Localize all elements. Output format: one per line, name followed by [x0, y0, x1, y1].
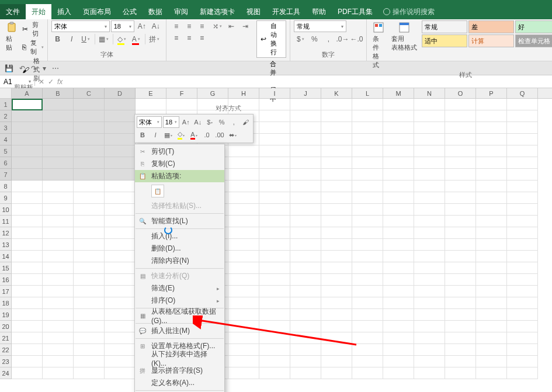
cell-Q4[interactable] [507, 134, 538, 145]
cell-O13[interactable] [445, 239, 476, 251]
cell-K13[interactable] [321, 239, 352, 251]
cell-M14[interactable] [383, 251, 414, 262]
cell-L21[interactable] [352, 332, 383, 344]
cell-H24[interactable] [228, 367, 259, 379]
cell-O20[interactable] [445, 321, 476, 332]
col-header-E[interactable]: E [136, 88, 166, 98]
cell-P10[interactable] [476, 204, 507, 216]
mini-font-color-icon[interactable]: A [188, 129, 200, 141]
row-header-22[interactable]: 22 [0, 344, 12, 356]
style-check[interactable]: 检查单元格 [515, 34, 552, 47]
format-table-button[interactable]: 套用 表格格式 [389, 20, 419, 53]
align-bottom-icon[interactable]: ≡ [196, 20, 209, 32]
cell-K2[interactable] [321, 110, 352, 122]
cell-Q17[interactable] [507, 286, 538, 297]
col-header-G[interactable]: G [197, 88, 228, 98]
cell-Q19[interactable] [507, 309, 538, 321]
cell-N17[interactable] [414, 286, 445, 297]
cell-L23[interactable] [352, 356, 383, 367]
cell-O10[interactable] [445, 204, 476, 216]
style-bad[interactable]: 差 [468, 20, 514, 33]
cell-C16[interactable] [74, 274, 105, 286]
col-header-N[interactable]: N [414, 88, 445, 98]
cell-O7[interactable] [445, 169, 476, 181]
row-header-24[interactable]: 24 [0, 367, 12, 379]
cell-M2[interactable] [383, 110, 414, 122]
col-header-H[interactable]: H [228, 88, 259, 98]
tab-file[interactable]: 文件 [0, 4, 26, 19]
cell-D20[interactable] [105, 321, 136, 332]
mini-border-icon[interactable]: ▦ [162, 129, 174, 141]
cell-P16[interactable] [476, 274, 507, 286]
cell-P19[interactable] [476, 309, 507, 321]
cell-O21[interactable] [445, 332, 476, 344]
tab-newtab[interactable]: 新建选项卡 [194, 4, 241, 19]
cell-I4[interactable] [259, 134, 290, 145]
cell-I15[interactable] [259, 262, 290, 274]
cell-N8[interactable] [414, 181, 445, 192]
cell-L9[interactable] [352, 192, 383, 204]
cell-O19[interactable] [445, 309, 476, 321]
cell-H5[interactable] [228, 145, 259, 157]
cell-M6[interactable] [383, 157, 414, 169]
cell-L6[interactable] [352, 157, 383, 169]
cell-N4[interactable] [414, 134, 445, 145]
cell-P4[interactable] [476, 134, 507, 145]
cell-I5[interactable] [259, 145, 290, 157]
cell-C14[interactable] [74, 251, 105, 262]
cell-D2[interactable] [105, 110, 136, 122]
col-header-D[interactable]: D [105, 88, 136, 98]
cell-J17[interactable] [290, 286, 321, 297]
cell-D15[interactable] [105, 262, 136, 274]
mini-percent-icon[interactable]: % [217, 116, 228, 128]
cell-H10[interactable] [228, 204, 259, 216]
col-header-C[interactable]: C [74, 88, 105, 98]
cell-P9[interactable] [476, 192, 507, 204]
cell-A9[interactable] [12, 192, 43, 204]
align-top-icon[interactable]: ≡ [170, 20, 183, 32]
cell-C4[interactable] [74, 134, 105, 145]
tab-developer[interactable]: 开发工具 [266, 4, 306, 19]
cell-N16[interactable] [414, 274, 445, 286]
cell-K24[interactable] [321, 367, 352, 379]
ctx-pick-list[interactable]: 从下拉列表中选择(K)... [135, 352, 224, 365]
cell-P3[interactable] [476, 122, 507, 134]
cell-J13[interactable] [290, 239, 321, 251]
cell-J4[interactable] [290, 134, 321, 145]
italic-button[interactable]: I [65, 33, 78, 45]
cell-L2[interactable] [352, 110, 383, 122]
cell-L18[interactable] [352, 297, 383, 309]
increase-font-icon[interactable]: A↑ [136, 20, 148, 32]
cell-I13[interactable] [259, 239, 290, 251]
cell-P12[interactable] [476, 227, 507, 239]
cell-Q11[interactable] [507, 216, 538, 227]
cell-M11[interactable] [383, 216, 414, 227]
cell-I19[interactable] [259, 309, 290, 321]
cell-P22[interactable] [476, 344, 507, 356]
cell-B5[interactable] [43, 145, 74, 157]
cell-A16[interactable] [12, 274, 43, 286]
cell-I14[interactable] [259, 251, 290, 262]
cell-J2[interactable] [290, 110, 321, 122]
cell-I24[interactable] [259, 367, 290, 379]
cell-N12[interactable] [414, 227, 445, 239]
cell-J15[interactable] [290, 262, 321, 274]
row-header-21[interactable]: 21 [0, 332, 12, 344]
mini-bold-icon[interactable]: B [137, 129, 148, 141]
cell-C2[interactable] [74, 110, 105, 122]
cell-I22[interactable] [259, 344, 290, 356]
cell-I9[interactable] [259, 192, 290, 204]
align-left-icon[interactable]: ≡ [170, 32, 183, 44]
cell-O6[interactable] [445, 157, 476, 169]
cell-L12[interactable] [352, 227, 383, 239]
ctx-get-from-table[interactable]: ▦从表格/区域获取数据(G)... [135, 310, 224, 322]
mini-increase-font-icon[interactable]: A↑ [180, 116, 192, 128]
percent-format-button[interactable]: % [308, 33, 321, 45]
underline-button[interactable]: U [79, 33, 92, 45]
cell-Q24[interactable] [507, 367, 538, 379]
cell-C24[interactable] [74, 367, 105, 379]
col-header-P[interactable]: P [476, 88, 507, 98]
formula-input[interactable] [66, 78, 552, 86]
cell-N13[interactable] [414, 239, 445, 251]
cell-L24[interactable] [352, 367, 383, 379]
